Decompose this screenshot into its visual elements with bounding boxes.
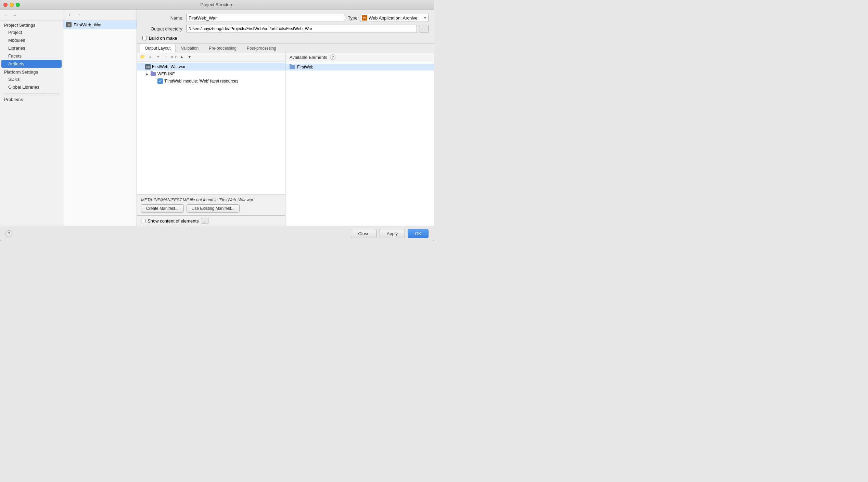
- available-help-icon[interactable]: ?: [330, 54, 335, 60]
- main-pane: Name: Type: W Web Application: Archive ▼: [137, 10, 434, 226]
- main-top: Name: Type: W Web Application: Archive ▼: [137, 10, 434, 44]
- close-window-btn[interactable]: [3, 3, 8, 7]
- manifest-buttons: Create Manifest... Use Existing Manifest…: [141, 204, 281, 213]
- remove-artifact-btn[interactable]: −: [75, 11, 82, 18]
- output-folder-btn[interactable]: 📁: [139, 53, 146, 60]
- platform-settings-header: Platform Settings: [0, 68, 63, 75]
- output-dir-input[interactable]: [186, 25, 417, 33]
- tree-label-facet: 'FirstWeb' module: 'Web' facet resources: [164, 79, 238, 84]
- type-container: Type: W Web Application: Archive ▼: [348, 14, 429, 22]
- name-label: Name:: [142, 15, 183, 21]
- artifact-list: W FirstWeb_War: [63, 20, 137, 226]
- nav-forward-btn[interactable]: →: [11, 12, 18, 18]
- title-bar: Project Structure: [0, 0, 434, 10]
- sidebar-item-project[interactable]: Project: [0, 28, 63, 36]
- project-settings-header: Project Settings: [0, 21, 63, 28]
- tab-output-layout[interactable]: Output Layout: [140, 44, 176, 52]
- available-tree: FirstWeb: [285, 62, 434, 226]
- sidebar-item-problems[interactable]: Problems: [0, 96, 63, 103]
- output-toolbar: 📁 ≡ + − a↓z ▲ ▼: [137, 52, 285, 62]
- tab-post-processing[interactable]: Post-processing: [242, 44, 281, 52]
- available-panel: Available Elements ? FirstWeb: [285, 52, 434, 226]
- browse-btn[interactable]: …: [420, 25, 429, 33]
- show-content-row: Show content of elements …: [137, 215, 285, 226]
- manifest-section: META-INF/MANIFEST.MF file not found in '…: [137, 194, 285, 215]
- name-input[interactable]: [186, 14, 345, 22]
- output-layout-panel: 📁 ≡ + − a↓z ▲ ▼ war FirstWeb_War.war: [137, 52, 285, 226]
- window-controls: [3, 3, 20, 7]
- select-arrow-icon: ▼: [423, 16, 427, 20]
- output-dir-label: Output directory:: [142, 26, 183, 31]
- available-folder-icon: [290, 65, 295, 69]
- output-dir-row: Output directory: …: [142, 25, 429, 33]
- available-item-label: FirstWeb: [297, 65, 314, 69]
- available-header: Available Elements ?: [285, 52, 434, 62]
- footer-help-btn[interactable]: ?: [5, 230, 12, 237]
- type-label: Type:: [348, 15, 359, 21]
- tabs-bar: Output Layout Validation Pre-processing …: [137, 44, 434, 52]
- apply-btn[interactable]: Apply: [380, 229, 405, 238]
- output-down-btn[interactable]: ▼: [186, 53, 193, 60]
- sidebar-item-modules[interactable]: Modules: [0, 36, 63, 44]
- type-icon: W: [362, 15, 367, 21]
- facet-icon: W: [157, 78, 163, 84]
- sidebar-item-artifacts[interactable]: Artifacts: [1, 60, 62, 68]
- artifact-list-pane: + − W FirstWeb_War: [63, 10, 137, 226]
- sidebar-item-facets[interactable]: Facets: [0, 52, 63, 60]
- sidebar: ← → Project Settings Project Modules Lib…: [0, 10, 63, 226]
- tree-item-war[interactable]: war FirstWeb_War.war: [137, 63, 285, 71]
- project-structure-window: Project Structure ← → Project Settings P…: [0, 0, 434, 241]
- webinf-folder-icon: [151, 72, 156, 76]
- output-bars-btn[interactable]: ≡: [147, 53, 154, 60]
- show-content-config-btn[interactable]: …: [201, 218, 208, 224]
- sidebar-item-libraries[interactable]: Libraries: [0, 44, 63, 52]
- minimize-window-btn[interactable]: [10, 3, 14, 7]
- sidebar-item-global-libraries[interactable]: Global Libraries: [0, 83, 63, 91]
- sidebar-item-sdks[interactable]: SDKs: [0, 75, 63, 83]
- output-tree: war FirstWeb_War.war ▶ WEB-INF W: [137, 62, 285, 194]
- show-content-label: Show content of elements: [148, 218, 199, 224]
- add-artifact-btn[interactable]: +: [66, 11, 74, 18]
- artifact-list-item[interactable]: W FirstWeb_War: [63, 20, 137, 29]
- sidebar-divider: [4, 93, 59, 93]
- ok-btn[interactable]: OK: [408, 229, 429, 238]
- dialog-footer: ? Close Apply OK: [0, 226, 434, 241]
- window-body: ← → Project Settings Project Modules Lib…: [0, 10, 434, 226]
- type-select[interactable]: W Web Application: Archive ▼: [360, 14, 429, 22]
- tree-toggle-facet[interactable]: [152, 79, 156, 83]
- tab-pre-processing[interactable]: Pre-processing: [204, 44, 242, 52]
- tree-label-war: FirstWeb_War.war: [152, 64, 186, 69]
- build-on-make-row: Build on make: [142, 36, 429, 41]
- artifact-list-item-label: FirstWeb_War: [74, 22, 102, 27]
- output-add-btn[interactable]: +: [155, 53, 162, 60]
- type-value: Web Application: Archive: [369, 15, 418, 21]
- tree-item-webinf[interactable]: ▶ WEB-INF: [137, 71, 285, 77]
- war-file-icon: war: [145, 64, 151, 69]
- output-sort-btn[interactable]: a↓z: [170, 53, 177, 60]
- close-btn[interactable]: Close: [351, 229, 376, 238]
- tab-validation[interactable]: Validation: [176, 44, 204, 52]
- build-on-make-checkbox[interactable]: [142, 36, 147, 40]
- build-on-make-label: Build on make: [149, 36, 177, 41]
- artifact-toolbar: + −: [63, 10, 137, 20]
- type-select-text: W Web Application: Archive: [362, 15, 423, 21]
- manifest-warning: META-INF/MANIFEST.MF file not found in '…: [141, 198, 281, 202]
- window-title: Project Structure: [201, 2, 234, 7]
- use-existing-manifest-btn[interactable]: Use Existing Manifest...: [187, 204, 240, 213]
- tree-toggle-war[interactable]: [140, 65, 144, 69]
- output-remove-btn[interactable]: −: [163, 53, 169, 60]
- tree-toggle-webinf[interactable]: ▶: [145, 72, 149, 76]
- content-split: 📁 ≡ + − a↓z ▲ ▼ war FirstWeb_War.war: [137, 52, 434, 226]
- war-icon: W: [66, 22, 72, 27]
- tree-label-webinf: WEB-INF: [157, 72, 175, 76]
- show-content-checkbox[interactable]: [141, 219, 145, 223]
- maximize-window-btn[interactable]: [16, 3, 20, 7]
- available-elements-title: Available Elements: [290, 55, 327, 60]
- sidebar-nav: ← →: [0, 10, 63, 21]
- nav-back-btn[interactable]: ←: [3, 12, 10, 18]
- output-up-btn[interactable]: ▲: [178, 53, 185, 60]
- tree-item-facet[interactable]: W 'FirstWeb' module: 'Web' facet resourc…: [137, 77, 285, 85]
- create-manifest-btn[interactable]: Create Manifest...: [141, 204, 184, 213]
- available-item-firstweb[interactable]: FirstWeb: [285, 64, 434, 71]
- name-row: Name: Type: W Web Application: Archive ▼: [142, 14, 429, 22]
